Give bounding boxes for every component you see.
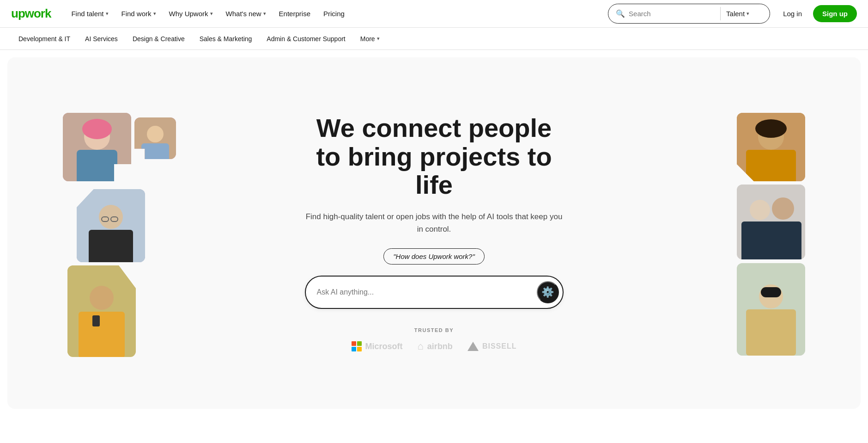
svg-rect-18 (746, 150, 796, 181)
secondary-nav-sales[interactable]: Sales & Marketing (192, 30, 260, 48)
hero-section: We connect people to bring projects to l… (7, 57, 861, 409)
secondary-nav-design[interactable]: Design & Creative (125, 30, 192, 48)
nav-right-actions: Log in Sign up (776, 5, 857, 22)
microsoft-grid-icon (352, 341, 362, 351)
bissell-triangle-icon (467, 342, 479, 351)
hero-prompt-tag[interactable]: "How does Upwork work?" (383, 248, 485, 265)
svg-point-21 (750, 200, 770, 220)
svg-point-19 (755, 119, 787, 138)
ms-cell-red (352, 341, 356, 346)
svg-rect-6 (141, 143, 169, 159)
chevron-down-icon: ▾ (747, 11, 749, 17)
svg-rect-26 (761, 287, 781, 297)
nav-why-upwork[interactable]: Why Upwork ▾ (164, 6, 219, 21)
ai-submit-button[interactable]: ⚙️ (537, 281, 559, 303)
svg-rect-15 (92, 315, 100, 326)
search-icon: 🔍 (616, 9, 625, 18)
hero-center-content: We connect people to bring projects to l… (305, 114, 564, 352)
talent-dropdown[interactable]: Talent ▾ (720, 7, 755, 20)
search-bar[interactable]: 🔍 Talent ▾ (608, 4, 770, 24)
secondary-nav-dev-it[interactable]: Development & IT (11, 30, 78, 48)
nav-find-talent[interactable]: Find talent ▾ (66, 6, 114, 21)
hero-photo-3 (77, 189, 145, 262)
hero-ai-search-input[interactable] (317, 288, 537, 296)
bissell-logo: BISSELL (467, 342, 517, 351)
trusted-by-label: TRUSTED BY (305, 327, 564, 333)
hero-title: We connect people to bring projects to l… (305, 114, 564, 199)
login-button[interactable]: Log in (776, 6, 809, 21)
hero-photos-right (713, 113, 805, 353)
signup-button[interactable]: Sign up (813, 5, 857, 22)
chevron-down-icon: ▾ (153, 11, 156, 17)
hero-photo-4 (67, 265, 136, 357)
airbnb-logo: ⌂ airbnb (418, 340, 453, 352)
chevron-down-icon: ▾ (210, 11, 213, 17)
svg-rect-27 (746, 309, 796, 356)
chevron-down-icon: ▾ (106, 11, 109, 17)
chevron-down-icon: ▾ (263, 11, 266, 17)
top-navigation: upwork Find talent ▾ Find work ▾ Why Upw… (0, 0, 868, 28)
hero-photo-7 (737, 263, 805, 356)
svg-point-13 (90, 286, 114, 310)
svg-point-3 (82, 119, 112, 139)
svg-point-5 (147, 126, 164, 142)
ai-icon: ⚙️ (541, 286, 554, 298)
svg-rect-2 (77, 150, 117, 181)
secondary-navigation: Development & IT AI Services Design & Cr… (0, 28, 868, 50)
secondary-nav-ai-services[interactable]: AI Services (78, 30, 125, 48)
trusted-logos: Microsoft ⌂ airbnb BISSELL (305, 340, 564, 352)
ms-cell-green (357, 341, 362, 346)
hero-search-bar[interactable]: ⚙️ (305, 276, 564, 309)
airbnb-icon: ⌂ (418, 340, 424, 352)
trusted-by-section: TRUSTED BY Microsoft ⌂ airbnb (305, 327, 564, 352)
hero-photo-5 (737, 113, 805, 181)
secondary-nav-admin[interactable]: Admin & Customer Support (259, 30, 352, 48)
chevron-down-icon: ▾ (377, 36, 380, 42)
secondary-nav-more[interactable]: More ▾ (353, 30, 387, 48)
hero-photo-6 (737, 185, 805, 259)
hero-photo-2 (134, 117, 176, 159)
ms-cell-blue (352, 347, 356, 351)
hero-subtitle: Find high-quality talent or open jobs wi… (305, 210, 564, 235)
svg-point-22 (772, 197, 794, 220)
svg-rect-9 (89, 230, 133, 262)
hero-photo-1 (63, 113, 131, 181)
microsoft-logo: Microsoft (352, 341, 403, 351)
ms-cell-yellow (357, 347, 362, 351)
nav-whats-new[interactable]: What's new ▾ (220, 6, 272, 21)
top-nav-links: Find talent ▾ Find work ▾ Why Upwork ▾ W… (66, 6, 608, 21)
search-input[interactable] (629, 10, 716, 18)
svg-rect-14 (79, 312, 125, 357)
nav-pricing[interactable]: Pricing (318, 6, 350, 21)
logo-text: upwork (11, 6, 51, 21)
nav-enterprise[interactable]: Enterprise (273, 6, 316, 21)
nav-find-work[interactable]: Find work ▾ (116, 6, 162, 21)
hero-photos-left (63, 113, 155, 353)
logo[interactable]: upwork (11, 6, 51, 21)
svg-rect-23 (741, 222, 801, 259)
